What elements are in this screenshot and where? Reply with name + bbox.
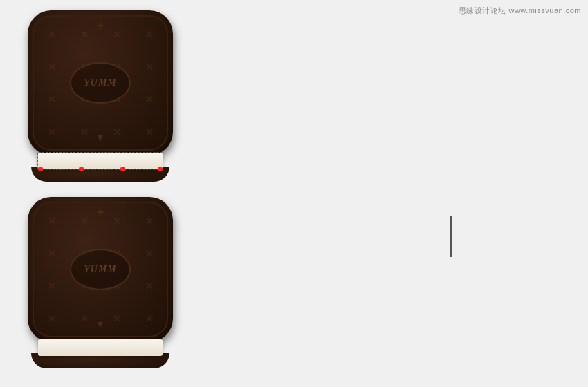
e-cell (38, 118, 65, 145)
cream-layer-1 (38, 153, 163, 169)
e-cell (136, 272, 163, 299)
cookie-2-logo-text: YUMM (84, 264, 117, 275)
cookie-2-assembly: + YUMM ▼ (28, 197, 173, 342)
e-cell (103, 207, 130, 234)
e-cell (136, 207, 163, 234)
cookie-1-body: + YUMM ▼ (28, 10, 173, 155)
e-cell (38, 207, 65, 234)
cookie-arrow-bottom: ▼ (95, 132, 105, 143)
tooltip-connect-line (450, 216, 452, 257)
e-cell (136, 21, 163, 48)
e-cell (71, 207, 98, 234)
cookie-logo-area: YUMM (70, 62, 131, 104)
selection-handle-1 (38, 167, 43, 171)
selection-handle-4 (158, 167, 163, 171)
cookie-2-body: + YUMM ▼ (28, 197, 173, 342)
cookie-1-assembly: + YUMM ▼ (28, 10, 173, 155)
cookie-logo-text: YUMM (84, 77, 117, 88)
e-cell (38, 240, 65, 267)
e-cell (136, 118, 163, 145)
cookie-logo-oval: YUMM (70, 62, 131, 104)
cookie-2-plus: + (97, 205, 104, 220)
e-cell (71, 305, 98, 332)
e-cell (103, 118, 130, 145)
e-cell (71, 21, 98, 48)
cookie-2-logo-area: YUMM (70, 249, 131, 290)
e-cell (38, 272, 65, 299)
e-cell (38, 305, 65, 332)
cookie-2-arrow-bottom: ▼ (95, 319, 105, 330)
e-cell (71, 118, 98, 145)
watermark: 思缘设计论坛 www.missvuan.com (459, 6, 581, 16)
e-cell (136, 53, 163, 80)
e-cell (136, 86, 163, 113)
cookie-1-biscuit: + YUMM ▼ (28, 10, 173, 155)
cookie-2-logo-oval: YUMM (70, 249, 131, 290)
cream-layer-2 (38, 339, 163, 356)
e-cell (38, 53, 65, 80)
e-cell (38, 86, 65, 113)
e-cell (38, 21, 65, 48)
e-cell (136, 240, 163, 267)
selection-handle-3 (120, 167, 125, 171)
e-cell (103, 305, 130, 332)
e-cell (136, 305, 163, 332)
e-cell (103, 21, 130, 48)
cookie-plus-mark: + (97, 19, 104, 33)
cookie-2-biscuit: + YUMM ▼ (28, 197, 173, 342)
